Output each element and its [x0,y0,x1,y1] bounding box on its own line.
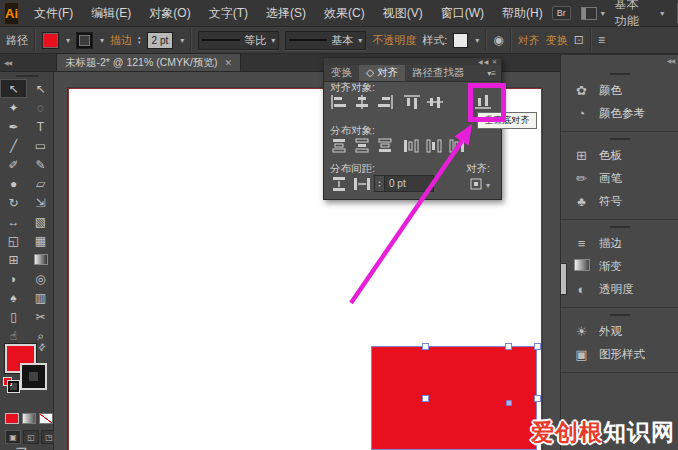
eyedropper-tool[interactable]: ◗ [0,269,27,288]
free-transform-tool[interactable]: ▧ [27,212,54,231]
workspace-switcher[interactable]: ▾ [581,7,605,20]
paintbrush-tool[interactable]: ✐ [0,155,27,174]
type-tool[interactable]: T [27,117,54,136]
horizontal-distribute-center-button[interactable] [423,137,445,155]
rectangle-tool[interactable]: ▭ [27,136,54,155]
panel-drag-handle[interactable] [610,138,630,140]
tab-对齐[interactable]: ◇ 对齐 [359,65,405,81]
horizontal-align-left-button[interactable] [328,93,350,111]
dock-edge-grip[interactable] [560,263,567,295]
width-tool[interactable]: ↔ [0,212,27,231]
menu-item[interactable]: 对象(O) [140,0,199,27]
stroke-width-stepper[interactable]: ▴ ▾ [138,35,141,45]
blob-brush-tool[interactable]: ● [0,174,27,193]
gradient-button[interactable] [22,413,36,424]
slice-tool[interactable]: ✂ [27,307,54,326]
selection-handle[interactable] [534,343,541,350]
selected-rectangle[interactable] [371,346,537,450]
close-icon[interactable]: ✕ [224,58,232,68]
panel-header[interactable]: ◀◀ ✕ [324,58,501,65]
panel-drag-handle[interactable] [610,73,630,75]
align-to-dropdown[interactable]: ▾ [467,176,490,194]
direct-selection-tool[interactable]: ↖ [27,79,54,98]
menu-item[interactable]: 编辑(E) [82,0,140,27]
selection-handle[interactable] [505,343,512,350]
panel-color[interactable]: ✿颜色 [561,79,678,102]
vertical-distribute-bottom-button[interactable] [374,137,396,155]
stepper-down-icon[interactable]: ▾ [138,40,141,45]
blend-tool[interactable]: ◎ [27,269,54,288]
horizontal-distribute-right-button[interactable] [446,137,468,155]
hand-tool[interactable]: ☝ [0,326,27,345]
horizontal-distribute-left-button[interactable] [400,137,422,155]
selection-handle[interactable] [422,343,429,350]
panel-stroke[interactable]: ≡描边 [561,232,678,255]
panel-brushes[interactable]: ✏画笔 [561,167,678,190]
selection-handle[interactable] [534,395,541,402]
panel-gradient[interactable]: 渐变 [561,255,678,278]
chevron-down-icon[interactable]: ▾ [475,36,479,45]
artboard-tool[interactable]: ▯ [0,307,27,326]
shape-builder-tool[interactable]: ◱ [0,231,27,250]
menu-item[interactable]: 帮助(H) [493,0,552,27]
bounding-box-icon[interactable]: ⊡ [574,33,584,47]
document-tab[interactable]: 未标题-2* @ 121% (CMYK/预览) ✕ [56,53,241,71]
draw-normal-icon[interactable]: ▣ [5,430,21,444]
spacing-stepper[interactable]: ▴ ▾ [375,176,385,191]
recolor-artwork-icon[interactable]: ◉ [493,33,503,47]
tab-路径查找器[interactable]: 路径查找器 [405,65,472,81]
panel-drag-handle[interactable] [610,226,630,228]
rotate-tool[interactable]: ↻ [0,193,27,212]
stroke-swatch[interactable] [22,365,45,388]
menu-item[interactable]: 文字(T) [200,0,257,27]
panel-graphic-styles[interactable]: ▣图形样式 [561,343,678,366]
gradient-tool[interactable] [27,250,54,269]
fill-color-swatch[interactable] [42,32,59,49]
panel-transparency[interactable]: ◐透明度 [561,278,678,301]
pencil-tool[interactable]: ✎ [27,155,54,174]
stroke-color-swatch[interactable] [76,32,93,49]
stroke-label[interactable]: 描边 [110,33,132,48]
spacing-value-input[interactable]: ▴ ▾ 0 pt [374,175,434,192]
panel-menu-icon[interactable]: ▾≡ [482,65,501,81]
none-button[interactable] [39,413,53,424]
opacity-label[interactable]: 不透明度 [372,33,416,48]
panel-appearance[interactable]: ☀外观 [561,320,678,343]
panel-drag-handle[interactable] [610,314,630,316]
style-swatch[interactable] [453,33,468,48]
chevron-down-icon[interactable]: ▾ [66,36,70,45]
tab-变换[interactable]: 变换 [324,65,359,81]
stepper-down-icon[interactable]: ▾ [378,184,380,188]
control-panel-menu-icon[interactable]: ≡ [598,33,605,47]
magic-wand-tool[interactable]: ✦ [0,98,27,117]
dock-collapse-icon[interactable]: ◀◀ [667,57,674,64]
perspective-grid-tool[interactable]: ▦ [27,231,54,250]
panel-collapse-close-icons[interactable]: ◀◀ ✕ [478,58,498,65]
default-fill-stroke-icon[interactable] [3,377,17,389]
mesh-tool[interactable]: ⊞ [0,250,27,269]
lasso-tool[interactable]: ◌ [27,98,54,117]
scale-tool[interactable]: ⇲ [27,193,54,212]
symbol-sprayer-tool[interactable]: ♠ [0,288,27,307]
menu-item[interactable]: 文件(F) [25,0,82,27]
panel-color-guide[interactable]: ◔颜色参考 [561,102,678,125]
menu-item[interactable]: 视图(V) [374,0,432,27]
width-profile-dropdown[interactable]: 等比 ▾ [198,31,279,50]
bridge-button[interactable]: Br [552,6,571,20]
menu-item[interactable]: 效果(C) [315,0,374,27]
column-graph-tool[interactable]: ▥ [27,288,54,307]
vertical-align-top-button[interactable] [401,93,423,111]
vertical-distribute-space-button[interactable] [328,175,350,193]
panel-swatches[interactable]: ⊞色板 [561,144,678,167]
eraser-tool[interactable]: ▱ [27,174,54,193]
selection-handle[interactable] [422,395,429,402]
workspace-label[interactable]: 基本功能 [615,0,650,30]
menu-item[interactable]: 窗口(W) [432,0,493,27]
vertical-align-center-button[interactable] [424,93,446,111]
draw-behind-icon[interactable]: ◱ [23,430,39,444]
stroke-width-input[interactable]: 2 pt [147,32,174,49]
chevron-down-icon[interactable]: ▾ [100,36,104,45]
line-segment-tool[interactable]: ╱ [0,136,27,155]
align-link[interactable]: 对齐 [518,33,540,48]
pen-tool[interactable]: ✒ [0,117,27,136]
